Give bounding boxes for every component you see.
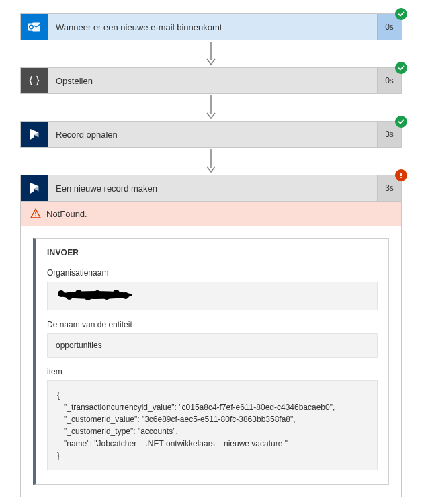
field-value-entity: opportunities [47, 333, 378, 358]
step-expanded-panel: NotFound. INVOER Organisatienaam De naam… [20, 202, 402, 497]
flow-arrow [20, 40, 402, 67]
redacted-value [56, 289, 135, 301]
step-title: Opstellen [48, 68, 377, 93]
svg-point-13 [75, 290, 82, 296]
svg-point-18 [122, 292, 129, 299]
status-badge-success [395, 8, 407, 20]
outlook-icon [21, 14, 48, 40]
svg-point-12 [66, 293, 73, 300]
status-badge-error [395, 169, 407, 181]
svg-rect-6 [400, 173, 402, 177]
status-badge-success [395, 62, 407, 74]
dynamics-icon [21, 175, 48, 201]
field-value-org [47, 282, 378, 310]
error-banner: NotFound. [21, 202, 401, 226]
flow-arrow [20, 94, 402, 121]
step-title: Wanneer er een nieuwe e-mail binnenkomt [48, 14, 377, 40]
svg-point-14 [85, 294, 91, 300]
flow-step-create-record[interactable]: Een nieuwe record maken 3s [20, 175, 402, 202]
field-label-org: Organisatienaam [47, 268, 378, 278]
field-value-item-json: { "_transactioncurrencyid_value": "c015a… [47, 380, 378, 470]
svg-rect-9 [35, 216, 36, 217]
flow-step-email-trigger[interactable]: Wanneer er een nieuwe e-mail binnenkomt … [20, 13, 402, 40]
flow-step-get-record[interactable]: Record ophalen 3s [20, 121, 402, 148]
step-title: Een nieuwe record maken [48, 175, 377, 201]
error-message: NotFound. [46, 209, 87, 219]
flow-arrow [20, 148, 402, 175]
svg-point-15 [94, 290, 101, 297]
inputs-heading: INVOER [47, 248, 378, 257]
warning-icon [30, 208, 41, 219]
svg-point-16 [103, 293, 110, 300]
svg-rect-8 [35, 212, 36, 214]
panel-body: INVOER Organisatienaam De naam van de en… [21, 226, 401, 497]
inputs-section: INVOER Organisatienaam De naam van de en… [33, 238, 389, 485]
code-braces-icon [21, 68, 48, 93]
field-label-entity: De naam van de entiteit [47, 320, 378, 329]
field-label-item: item [47, 367, 378, 376]
svg-point-11 [58, 290, 65, 297]
svg-point-17 [113, 290, 120, 296]
status-badge-success [395, 116, 407, 128]
dynamics-icon [21, 122, 48, 147]
step-title: Record ophalen [48, 122, 377, 147]
svg-rect-7 [400, 177, 402, 178]
flow-step-compose[interactable]: Opstellen 0s [20, 67, 402, 94]
